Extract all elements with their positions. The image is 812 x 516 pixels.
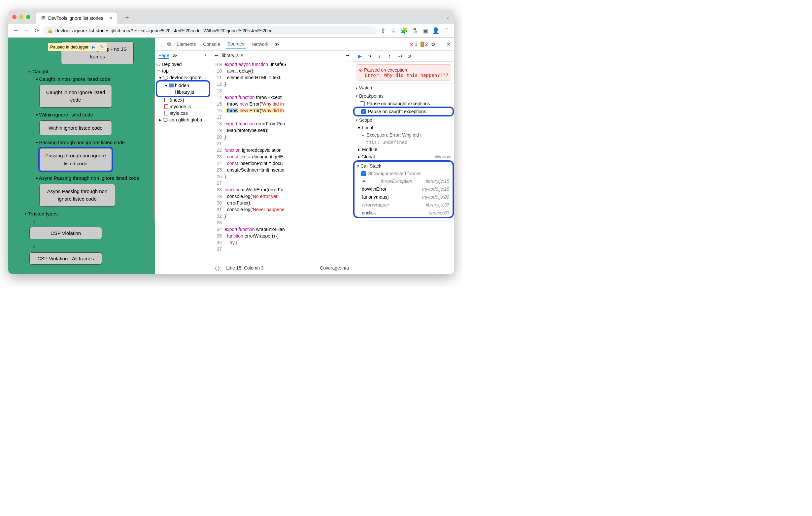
file-tree-item[interactable]: library.js bbox=[158, 89, 208, 95]
toggle-sidebar-icon[interactable]: ⇥ bbox=[346, 53, 350, 58]
list-item: Passing through non ignore listed code bbox=[39, 140, 125, 145]
scope-section[interactable]: Scope bbox=[353, 116, 454, 124]
tab-network[interactable]: Network bbox=[250, 39, 270, 49]
trusted-types-heading: Trusted types: bbox=[28, 211, 59, 216]
checkbox-icon[interactable] bbox=[360, 101, 365, 106]
file-tree-item[interactable]: (index) bbox=[155, 97, 211, 103]
stack-frame[interactable]: errorWrapperlibrary.js:37 bbox=[354, 201, 453, 209]
breakpoints-section[interactable]: Breakpoints bbox=[353, 92, 454, 100]
checkbox-icon[interactable]: ✓ bbox=[361, 109, 366, 114]
file-tree-item[interactable]: ▾hidden bbox=[158, 82, 208, 89]
close-window[interactable] bbox=[12, 15, 17, 19]
caught-non-ignore-button[interactable]: Caught in non ignore listed code bbox=[39, 85, 112, 108]
favicon-icon: 🎏 bbox=[40, 16, 46, 21]
step-over-icon[interactable]: ↷ bbox=[367, 53, 373, 59]
back-button[interactable]: ← bbox=[11, 26, 20, 35]
more-tabs-icon[interactable]: ≫ bbox=[274, 41, 279, 47]
step-icon[interactable]: →• bbox=[396, 53, 403, 59]
file-icon bbox=[164, 104, 168, 109]
hidden-folder-highlight: ▾hidden library.js bbox=[157, 82, 209, 96]
file-tree-item[interactable]: ▸cdn.glitch.globa… bbox=[155, 117, 211, 123]
cloud-icon bbox=[163, 118, 168, 122]
device-icon[interactable]: ⧉ bbox=[167, 41, 171, 47]
file-tree-item[interactable]: ▭top bbox=[155, 68, 211, 74]
deactivate-bp-icon[interactable]: ⊘ bbox=[406, 53, 413, 59]
debugger-panel: ▶ ↷ ↓ ↑ →• ⊘ ⊗ Paused on exception Error… bbox=[353, 51, 454, 274]
maximize-window[interactable] bbox=[26, 15, 30, 19]
pretty-print-icon[interactable]: { } bbox=[215, 265, 220, 271]
page-subtab[interactable]: Page bbox=[158, 53, 169, 59]
step-icon[interactable]: ↷ bbox=[98, 44, 105, 50]
close-tab-icon[interactable]: ✕ bbox=[109, 16, 113, 21]
editor-file-tab[interactable]: library.js ✕ bbox=[222, 53, 244, 58]
tab-sources[interactable]: Sources bbox=[226, 39, 245, 49]
warnings-badge[interactable]: !2 bbox=[420, 41, 428, 47]
exception-message: Error: Why did this happen???? bbox=[359, 72, 448, 78]
stack-frame[interactable]: ➤throwExceptionlibrary.js:15 bbox=[354, 177, 453, 185]
scope-exception[interactable]: ▸ Exception: Error: Why did t bbox=[353, 131, 454, 139]
tab-console[interactable]: Console bbox=[202, 39, 221, 49]
stack-frame[interactable]: onclick(index):83 bbox=[354, 209, 453, 217]
scope-local[interactable]: ▾ Local bbox=[353, 124, 454, 131]
menu-icon[interactable]: ⋮ bbox=[442, 26, 451, 35]
tabs-dropdown-icon[interactable]: ⌄ bbox=[445, 14, 450, 20]
new-tab-button[interactable]: ＋ bbox=[124, 12, 130, 22]
errors-badge[interactable]: ⊗1 bbox=[410, 41, 417, 47]
labs-icon[interactable]: ⚗ bbox=[410, 26, 419, 35]
forward-button[interactable]: → bbox=[22, 26, 31, 35]
close-devtools-icon[interactable]: ✕ bbox=[446, 41, 451, 47]
kebab-icon[interactable]: ⋮ bbox=[203, 53, 208, 59]
file-tree-item[interactable]: style.css bbox=[155, 110, 211, 117]
csp-violation-all-button[interactable]: CSP Violation - All frames bbox=[29, 252, 102, 265]
profile-icon[interactable]: 👤 bbox=[431, 26, 440, 35]
more-subtabs-icon[interactable]: ≫ bbox=[173, 53, 178, 59]
exception-box: ⊗ Paused on exception Error: Why did thi… bbox=[356, 64, 451, 81]
scope-module[interactable]: ▸ Module bbox=[353, 146, 454, 153]
resume-icon[interactable]: ▶ bbox=[356, 53, 363, 59]
scope-global[interactable]: ▸ GlobalWindow bbox=[353, 153, 454, 160]
callstack-section[interactable]: Call Stack bbox=[354, 162, 453, 170]
checkbox-icon[interactable]: ✓ bbox=[361, 171, 366, 176]
line-gutter: 8 9 10 11 12 13 14 15 16 17 18 19 20 21 … bbox=[211, 60, 225, 262]
url-box[interactable]: 🔒 devtools-ignore-list-stories.glitch.me… bbox=[43, 26, 377, 35]
show-frames-row[interactable]: ✓Show ignore-listed frames bbox=[354, 170, 453, 177]
csp-violation-button[interactable]: CSP Violation bbox=[29, 227, 102, 239]
file-icon bbox=[172, 90, 176, 94]
file-tree-item[interactable]: mycode.js bbox=[155, 103, 211, 110]
file-tree-item[interactable]: ⛁Deployed bbox=[155, 61, 211, 68]
stack-frame[interactable]: doWithErrormycode.js:18 bbox=[354, 185, 453, 193]
watch-section[interactable]: Watch bbox=[353, 84, 454, 92]
coverage-status: Coverage: n/a bbox=[320, 265, 349, 271]
page-content: Paused in debugger ▶ ↷ WebAssembly trap … bbox=[8, 38, 155, 274]
extensions-icon[interactable]: 🧩 bbox=[400, 26, 408, 35]
bp-uncaught-row[interactable]: Pause on uncaught exceptions bbox=[353, 100, 454, 107]
share-icon[interactable]: ⇧ bbox=[379, 26, 387, 35]
browser-tab[interactable]: 🎏 DevTools ignore list stories ✕ bbox=[36, 12, 117, 24]
url-text: devtools-ignore-list-stories.glitch.me/#… bbox=[55, 28, 277, 33]
bookmark-icon[interactable]: ☆ bbox=[389, 26, 398, 35]
resume-icon[interactable]: ▶ bbox=[90, 44, 96, 50]
close-file-icon[interactable]: ✕ bbox=[240, 53, 244, 58]
settings-icon[interactable]: ⚙ bbox=[431, 41, 435, 47]
toggle-nav-icon[interactable]: ⇤ bbox=[214, 53, 219, 58]
within-ignore-button[interactable]: Within ignore listed code bbox=[39, 120, 112, 135]
callstack-section-highlight: Call Stack ✓Show ignore-listed frames ➤t… bbox=[354, 162, 453, 217]
reload-button[interactable]: ⟳ bbox=[33, 26, 41, 35]
paused-label: Paused in debugger bbox=[50, 44, 88, 50]
tabgroup-icon[interactable]: ▣ bbox=[421, 26, 429, 35]
tab-elements[interactable]: Elements bbox=[175, 39, 197, 49]
file-tree-item[interactable]: ▾devtools-ignore… bbox=[155, 74, 211, 81]
stack-frame[interactable]: (anonymous)mycode.js:89 bbox=[354, 193, 453, 201]
inspect-icon[interactable]: ⬚ bbox=[158, 41, 163, 47]
paused-title: Paused on exception bbox=[364, 67, 407, 72]
code-body[interactable]: export async function unsafeS await dela… bbox=[225, 60, 353, 262]
kebab-icon[interactable]: ⋮ bbox=[439, 41, 443, 47]
step-into-icon[interactable]: ↓ bbox=[376, 53, 383, 59]
passing-through-button[interactable]: Passing through non ignore listed code bbox=[39, 148, 112, 171]
step-out-icon[interactable]: ↑ bbox=[386, 53, 393, 59]
bp-caught-row[interactable]: ✓Pause on caught exceptions bbox=[354, 108, 453, 115]
async-passing-button[interactable]: Async Passing through non ignore listed … bbox=[39, 184, 115, 207]
minimize-window[interactable] bbox=[19, 15, 23, 19]
page-scrollbar[interactable] bbox=[154, 94, 155, 219]
paused-toast: Paused in debugger ▶ ↷ bbox=[48, 43, 107, 51]
